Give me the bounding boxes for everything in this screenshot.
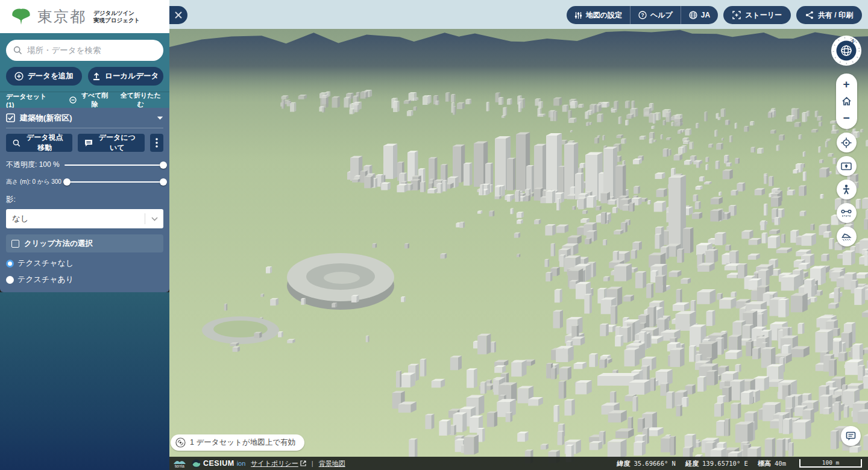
sidebar: 東京都 デジタルツイン 実現プロジェクト データを追加: [0, 0, 169, 470]
longitude-value: 139.65710° E: [702, 460, 748, 467]
geolocation-button[interactable]: [837, 133, 857, 152]
checkbox-checked-icon[interactable]: [6, 113, 15, 122]
tokyo-ginkgo-logo-icon: [11, 7, 31, 27]
scale-bar: 100 m: [799, 459, 862, 468]
top-toolbar: 地図の設定 ? ヘルプ JA: [567, 6, 862, 24]
height-min-handle[interactable]: [63, 178, 71, 186]
upload-icon: [92, 72, 101, 81]
terrain-clip-icon: [841, 232, 852, 242]
elevation-value: 40m: [775, 460, 786, 467]
add-data-button[interactable]: データを追加: [6, 67, 82, 86]
radio-selected-icon: [6, 260, 14, 268]
home-icon: [841, 96, 852, 106]
sidebar-top-section: データを追加 ローカルデータ: [0, 33, 169, 92]
chevron-down-icon[interactable]: [157, 116, 163, 121]
search-icon: [13, 46, 22, 55]
search-box[interactable]: [6, 40, 163, 61]
measure-icon: [841, 208, 852, 218]
close-icon: [174, 11, 183, 19]
map-controls: N + −: [831, 35, 862, 246]
question-circle-icon: ?: [638, 11, 647, 19]
site-policy-link[interactable]: サイトポリシー: [251, 459, 306, 468]
search-icon: [13, 139, 20, 147]
feedback-button[interactable]: [841, 426, 861, 446]
svg-text:?: ?: [641, 12, 644, 18]
item-menu-button[interactable]: [150, 134, 163, 152]
map-settings-button[interactable]: 地図の設定: [567, 6, 630, 24]
clip-method-button[interactable]: クリップ方法の選択: [6, 234, 163, 252]
minus-circle-icon: [69, 96, 77, 104]
workbench-item-header[interactable]: 建築物(新宿区): [6, 108, 163, 128]
radar-icon: [175, 437, 186, 448]
map-credits-bar: terria CESIUM ion サイトポリシー | 背景地図 緯度 35.6…: [169, 457, 868, 470]
remove-all-button[interactable]: すべて削除: [69, 91, 111, 109]
help-button[interactable]: ? ヘルプ: [630, 6, 681, 24]
opacity-slider[interactable]: [64, 161, 163, 169]
opacity-slider-handle[interactable]: [160, 161, 167, 169]
height-max-handle[interactable]: [160, 178, 167, 186]
brand-header: 東京都 デジタルツイン 実現プロジェクト: [0, 0, 169, 33]
workbench-item: 建築物(新宿区) データ視点移動 データについて: [0, 108, 169, 292]
comment-icon: [84, 139, 93, 147]
home-button[interactable]: [836, 93, 857, 110]
latitude-value: 35.69666° N: [634, 460, 676, 467]
story-frame-icon: [732, 11, 741, 19]
chevron-down-icon: [145, 217, 163, 221]
compass[interactable]: N: [831, 35, 862, 66]
zoom-to-data-button[interactable]: データ視点移動: [6, 134, 72, 152]
map-viewport[interactable]: 地図の設定 ? ヘルプ JA: [169, 0, 868, 470]
measure-tool-button[interactable]: [837, 203, 857, 223]
feedback-bubble-icon: [846, 431, 856, 441]
globe-icon: [689, 11, 697, 19]
pedestrian-mode-button[interactable]: [837, 180, 857, 199]
shadow-select-value: なし: [12, 213, 145, 224]
height-range-label: 高さ (m): 0 から 300: [6, 178, 61, 186]
about-data-button[interactable]: データについて: [78, 134, 145, 152]
cesium-ion-logo[interactable]: CESIUM ion: [192, 459, 245, 468]
zoom-control: + −: [836, 74, 857, 129]
workbench-item-title: 建築物(新宿区): [20, 113, 152, 124]
split-screen-icon: [841, 162, 852, 171]
brand-subtitle: デジタルツイン 実現プロジェクト: [93, 10, 140, 24]
radio-unselected-icon: [6, 276, 14, 284]
local-data-button[interactable]: ローカルデータ: [88, 67, 164, 86]
shadow-select[interactable]: なし: [6, 209, 163, 228]
coordinates-readout: 緯度 35.69666° N 経度 139.65710° E 標高 40m 10…: [617, 459, 862, 468]
terria-logo: terria: [173, 459, 186, 468]
opacity-label: 不透明度: 100 %: [6, 160, 60, 170]
clip-terrain-button[interactable]: [837, 227, 857, 246]
crosshair-icon: [841, 137, 852, 148]
brand-title: 東京都: [37, 7, 86, 27]
language-button[interactable]: JA: [681, 6, 718, 24]
search-input[interactable]: [27, 46, 156, 55]
base-map-link[interactable]: 背景地図: [319, 459, 345, 468]
map-3d-scene[interactable]: [169, 0, 868, 470]
texture-none-radio[interactable]: テクスチャなし: [6, 258, 163, 269]
compare-split-button[interactable]: [837, 156, 857, 176]
checkbox-unchecked-icon: [11, 240, 19, 248]
cesium-globe-icon: [192, 459, 201, 468]
toolbar-group: 地図の設定 ? ヘルプ JA: [567, 6, 718, 24]
collapse-all-button[interactable]: 全て折りたたむ: [118, 91, 163, 109]
active-datasets-pill[interactable]: 1 データセットが地図上で有効: [171, 434, 304, 451]
dataset-header-row: データセット (1) すべて削除 全て折りたたむ: [0, 92, 169, 108]
pedestrian-icon: [842, 184, 851, 195]
sliders-icon: [574, 11, 582, 19]
shadow-label: 影:: [6, 195, 163, 205]
plus-circle-icon: [14, 72, 24, 81]
collapse-sidebar-button[interactable]: [169, 6, 187, 24]
story-button[interactable]: ストーリー: [723, 6, 791, 24]
zoom-out-button[interactable]: −: [836, 110, 857, 127]
datasets-count-label: データセット (1): [6, 92, 55, 108]
zoom-in-button[interactable]: +: [836, 76, 857, 93]
external-link-icon: [300, 460, 306, 466]
texture-with-radio[interactable]: テクスチャあり: [6, 274, 163, 285]
share-print-button[interactable]: 共有 / 印刷: [796, 6, 862, 24]
kebab-menu-icon: [156, 138, 158, 148]
sidebar-empty-area: [0, 292, 169, 470]
share-icon: [805, 11, 814, 19]
app-window: 東京都 デジタルツイン 実現プロジェクト データを追加: [0, 0, 868, 470]
height-range-slider[interactable]: [66, 178, 163, 186]
